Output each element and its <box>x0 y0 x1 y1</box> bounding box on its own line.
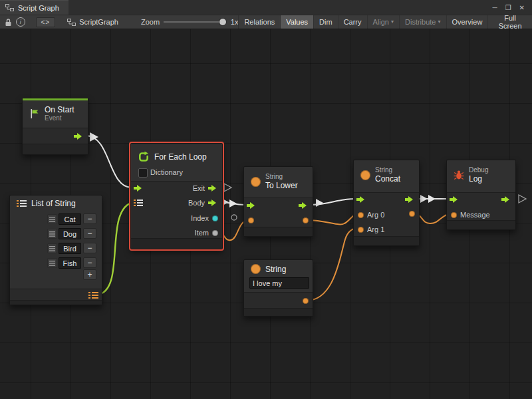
toolbar-button-group: Relations Values Dim Carry Align ▾ Distr… <box>238 15 532 29</box>
node-category: Debug <box>469 166 488 174</box>
node-title: To Lower <box>265 181 298 190</box>
node-subtitle: Event <box>45 114 74 122</box>
drag-handle-icon[interactable] <box>47 258 57 268</box>
list-item-field[interactable] <box>59 213 81 225</box>
remove-item-button[interactable]: − <box>83 243 96 253</box>
result-out-port[interactable] <box>303 217 309 223</box>
value-port-dot <box>358 212 364 218</box>
flow-out-port[interactable] <box>74 133 85 140</box>
flow-out-port[interactable] <box>405 196 416 203</box>
relations-button[interactable]: Relations <box>238 15 280 29</box>
maximize-button[interactable]: ❐ <box>502 4 515 11</box>
tab-script-graph[interactable]: Script Graph <box>0 0 68 15</box>
lock-icon[interactable] <box>3 16 15 28</box>
node-concat[interactable]: String Concat Arg 0 Arg 1 <box>353 160 420 246</box>
bug-icon <box>454 170 464 180</box>
collection-in-port[interactable] <box>134 199 143 207</box>
flow-in-port[interactable] <box>247 202 258 209</box>
zoom-value: 1x <box>231 18 239 26</box>
flow-arrow-icon <box>450 196 461 203</box>
align-button[interactable]: Align ▾ <box>367 15 399 29</box>
list-icon <box>17 200 27 207</box>
window-titlebar: Script Graph ─ ❐ ✕ <box>0 0 532 15</box>
port-arg1[interactable]: Arg 1 <box>358 225 384 233</box>
add-item-button[interactable]: + <box>83 269 96 280</box>
wire-literal-arg1 <box>307 228 358 301</box>
info-icon[interactable]: i <box>15 16 27 28</box>
node-title: String <box>265 265 286 274</box>
remove-item-button[interactable]: − <box>83 213 96 224</box>
distribute-label: Distribute <box>405 18 436 26</box>
graph-breadcrumb[interactable]: ScriptGraph <box>67 18 118 26</box>
dictionary-checkbox[interactable] <box>138 168 148 178</box>
node-to-lower[interactable]: String To Lower <box>243 166 313 237</box>
flow-arrow-icon <box>299 202 310 209</box>
ghost-port-circle <box>231 215 237 220</box>
log-exit-ghost-arrow <box>519 195 526 203</box>
flow-in-port[interactable] <box>356 196 368 203</box>
minimize-button[interactable]: ─ <box>489 4 501 11</box>
node-list-of-string[interactable]: List of String − − − − + <box>9 195 102 305</box>
fullscreen-button[interactable]: Full Screen <box>487 15 532 29</box>
dim-button[interactable]: Dim <box>313 15 338 29</box>
wire-onstart-foreach <box>86 136 132 188</box>
flow-out-port[interactable] <box>501 196 513 203</box>
drag-handle-icon[interactable] <box>47 214 57 224</box>
zoom-slider[interactable] <box>164 18 227 26</box>
flow-arrow-icon <box>405 196 416 203</box>
string-out-port[interactable] <box>303 298 309 304</box>
node-for-each-loop[interactable]: For Each Loop Dictionary Exit Body Index <box>130 143 223 249</box>
port-index[interactable]: Index <box>191 214 218 222</box>
wire-tolower-concat <box>311 199 354 205</box>
flow-in-port[interactable] <box>134 185 145 192</box>
node-debug-log[interactable]: Debug Log Message <box>446 160 516 230</box>
port-item[interactable]: Item <box>195 229 218 237</box>
string-type-icon <box>251 177 261 187</box>
zoom-slider-handle[interactable] <box>219 19 226 25</box>
port-exit[interactable]: Exit <box>193 184 219 192</box>
string-in-port[interactable] <box>248 217 254 223</box>
flow-arrow-icon <box>247 202 258 209</box>
drag-handle-icon[interactable] <box>47 243 57 253</box>
zoom-label: Zoom <box>141 18 160 26</box>
value-port-dot <box>358 227 364 233</box>
flow-arrow-icon <box>208 200 219 206</box>
wire-arrowhead <box>90 132 98 142</box>
node-string-literal[interactable]: String <box>243 259 313 317</box>
node-footer <box>244 227 313 236</box>
remove-item-button[interactable]: − <box>83 257 96 268</box>
loop-icon <box>138 151 150 163</box>
overview-button[interactable]: Overview <box>446 15 488 29</box>
flow-out-port[interactable] <box>299 202 310 209</box>
remove-item-button[interactable]: − <box>83 228 96 239</box>
values-button[interactable]: Values <box>280 15 313 29</box>
flow-arrow-icon <box>74 133 85 140</box>
port-message[interactable]: Message <box>451 211 490 219</box>
node-footer <box>447 220 515 229</box>
drag-handle-icon[interactable] <box>47 229 57 239</box>
flow-in-port[interactable] <box>450 196 461 203</box>
close-button[interactable]: ✕ <box>516 4 528 11</box>
list-out-port[interactable] <box>88 291 98 299</box>
string-type-icon <box>360 170 370 180</box>
port-body[interactable]: Body <box>188 199 219 207</box>
flag-icon <box>29 108 40 119</box>
list-item-field[interactable] <box>59 243 81 254</box>
graph-canvas[interactable]: On Start Event List of String − <box>0 29 532 399</box>
list-item-field[interactable] <box>59 257 81 269</box>
code-view-button[interactable]: <> <box>36 17 56 27</box>
carry-button[interactable]: Carry <box>338 15 367 29</box>
string-value-field[interactable] <box>249 277 309 289</box>
wire-arrowhead <box>316 199 323 207</box>
caret-down-icon: ▾ <box>438 19 440 25</box>
distribute-button[interactable]: Distribute ▾ <box>399 15 446 29</box>
node-on-start[interactable]: On Start Event <box>22 98 88 155</box>
port-arg0[interactable]: Arg 0 <box>358 211 384 219</box>
list-item-field[interactable] <box>59 228 81 239</box>
node-title: For Each Loop <box>154 152 207 162</box>
node-title: Concat <box>375 174 400 184</box>
result-out-port[interactable] <box>409 211 415 217</box>
tab-label: Script Graph <box>18 4 59 12</box>
port-label: Index <box>191 214 209 222</box>
node-footer <box>354 236 419 245</box>
